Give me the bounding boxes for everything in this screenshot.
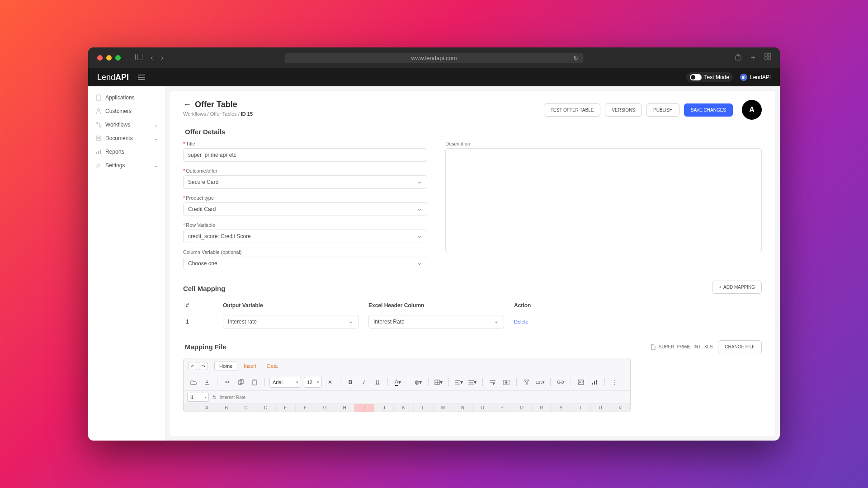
align-middle-icon[interactable]: ▾ [467,377,478,388]
row-variable-select[interactable]: credit_score: Credit Score [183,230,427,243]
chevron-down-icon: ⌄ [154,122,158,127]
svg-rect-4 [768,53,771,56]
column-header[interactable]: S [552,404,571,412]
column-header[interactable]: Q [512,404,532,412]
font-size-select[interactable]: 12 [304,377,322,388]
cell-reference-input[interactable]: I1 [187,393,209,402]
tab-home[interactable]: Home [214,361,237,371]
publish-button[interactable]: PUBLISH [646,103,679,117]
column-header[interactable]: B [217,404,237,412]
align-left-icon[interactable]: ▾ [453,377,464,388]
brand-logo[interactable]: LendAPI [97,73,129,82]
italic-icon[interactable]: I [359,377,369,388]
merge-cells-icon[interactable] [501,377,512,388]
column-header[interactable]: U [591,404,611,412]
column-header[interactable]: F [296,404,316,412]
download-icon[interactable] [202,377,212,388]
column-header[interactable]: E [276,404,296,412]
column-header[interactable]: T [571,404,591,412]
undo-icon[interactable]: ↶ [188,362,197,370]
column-header[interactable]: V [610,404,630,412]
description-textarea[interactable] [445,148,762,252]
wrap-text-icon[interactable] [487,377,498,388]
borders-icon[interactable]: ▾ [433,377,444,388]
tabs-overview-icon[interactable] [764,53,771,63]
clear-format-icon[interactable]: ✕ [325,377,335,388]
test-offer-table-button[interactable]: TEST OFFER TABLE [544,103,601,117]
column-header[interactable]: R [532,404,552,412]
delete-mapping-link[interactable]: Delete [514,319,528,324]
sidebar-item-reports[interactable]: Reports [88,145,165,159]
text-color-icon[interactable]: A▾ [392,377,403,388]
column-header[interactable]: H [335,404,355,412]
nav-forward-icon[interactable]: › [161,54,163,62]
breadcrumb-offer-tables[interactable]: Offer Tables [210,111,237,117]
test-mode-toggle[interactable]: Test Mode [686,72,733,82]
output-variable-select[interactable]: Interest rate [223,315,359,328]
address-bar[interactable]: www.lendapi.com ↻ [284,53,583,63]
column-header[interactable]: L [414,404,434,412]
title-input[interactable]: super_prime apr etc [183,148,427,162]
column-header[interactable]: K [394,404,414,412]
tab-data[interactable]: Data [263,361,282,371]
more-icon[interactable]: ⋮ [609,377,620,388]
breadcrumb-workflows[interactable]: Workflows [183,111,206,117]
table-row: 1 Interest rate Interest Rate Delete [184,313,761,330]
number-format-icon[interactable]: 123▾ [535,377,546,388]
image-icon[interactable] [576,377,586,388]
paste-icon[interactable] [249,377,260,388]
filter-icon[interactable] [521,377,532,388]
column-header[interactable]: A [197,404,217,412]
bold-icon[interactable]: B [345,377,356,388]
redo-icon[interactable]: ↷ [199,362,208,370]
column-header[interactable]: J [374,404,394,412]
new-tab-icon[interactable]: + [750,53,755,63]
column-variable-select[interactable]: Choose one [183,257,427,270]
open-icon[interactable] [188,377,199,388]
column-header[interactable]: D [256,404,276,412]
save-button[interactable]: SAVE CHANGES [684,103,733,117]
nav-back-icon[interactable]: ‹ [151,54,153,62]
formula-bar[interactable]: Interest Rate [220,395,245,400]
column-header[interactable]: M [434,404,453,412]
column-header[interactable]: C [236,404,256,412]
change-file-button[interactable]: CHANGE FILE [718,340,762,353]
description-label: Description [445,141,762,146]
column-header[interactable]: I [354,404,374,412]
sidebar-item-documents[interactable]: Documents ⌄ [88,131,165,145]
font-family-select[interactable]: Arial [269,377,301,388]
column-header[interactable]: O [473,404,493,412]
maximize-icon[interactable] [115,55,121,61]
sidebar-toggle-icon[interactable] [135,54,142,62]
avatar[interactable]: A [742,100,762,120]
versions-button[interactable]: VERSIONS [605,103,642,117]
sidebar-item-workflows[interactable]: Workflows ⌄ [88,118,165,131]
share-icon[interactable] [735,53,741,63]
link-icon[interactable] [555,377,566,388]
chart-icon[interactable] [589,377,600,388]
column-header[interactable]: G [315,404,335,412]
underline-icon[interactable]: U [372,377,383,388]
outcome-select[interactable]: Secure Card [183,175,427,189]
add-mapping-button[interactable]: + ADD MAPPING [712,281,762,294]
sidebar-item-customers[interactable]: Customers [88,104,165,118]
sidebar-item-label: Customers [105,108,132,114]
back-arrow-icon[interactable]: ← [183,100,191,109]
product-type-select[interactable]: Credit Card [183,202,427,216]
column-header[interactable]: N [453,404,473,412]
reload-icon[interactable]: ↻ [573,55,578,61]
menu-toggle-icon[interactable] [138,75,145,80]
fill-color-icon[interactable]: ◍▾ [413,377,424,388]
gear-icon [95,162,102,169]
sidebar-item-applications[interactable]: Applications [88,91,165,104]
sidebar-item-settings[interactable]: Settings ⌄ [88,159,165,172]
cut-icon[interactable]: ✂ [222,377,233,388]
excel-header-select[interactable]: Interest Rate [368,315,504,328]
column-header[interactable]: P [492,404,512,412]
tab-insert[interactable]: Insert [239,361,261,371]
copy-icon[interactable] [236,377,246,388]
close-icon[interactable] [97,55,103,61]
org-selector[interactable]: ◐ LendAPI [740,74,771,81]
minimize-icon[interactable] [106,55,112,61]
org-avatar-icon: ◐ [740,74,747,81]
